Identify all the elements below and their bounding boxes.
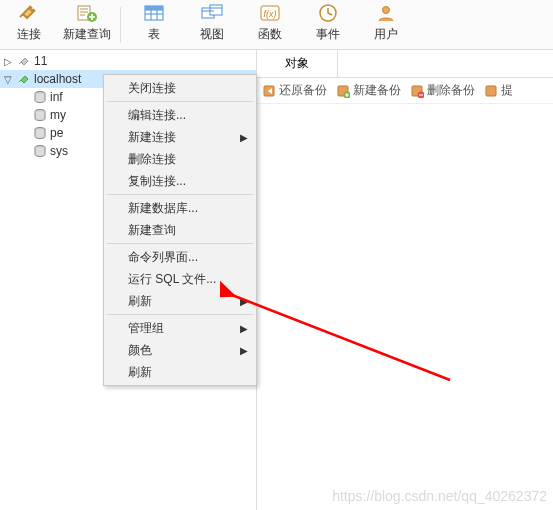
menu-refresh-2[interactable]: 刷新 — [106, 361, 254, 383]
view-icon — [198, 2, 226, 24]
action-label: 提 — [501, 82, 513, 99]
watermark: https://blog.csdn.net/qq_40262372 — [332, 488, 547, 504]
toolbar-user[interactable]: 用户 — [357, 2, 415, 43]
menu-delete-connection[interactable]: 删除连接 — [106, 148, 254, 170]
chevron-right-icon: ▶ — [240, 132, 248, 143]
menu-new-connection[interactable]: 新建连接▶ — [106, 126, 254, 148]
function-icon: f(x) — [256, 2, 284, 24]
menu-refresh[interactable]: 刷新▶ — [106, 290, 254, 312]
database-icon — [32, 107, 48, 123]
content-area: 对象 还原备份 新建备份 删除备份 提 — [257, 50, 553, 510]
toolbar-label: 新建查询 — [63, 26, 111, 43]
action-label: 还原备份 — [279, 82, 327, 99]
tab-bar: 对象 — [257, 50, 553, 78]
user-icon — [372, 2, 400, 24]
toolbar-label: 连接 — [17, 26, 41, 43]
action-label: 删除备份 — [427, 82, 475, 99]
tree-label: inf — [50, 90, 63, 104]
restore-backup-button[interactable]: 还原备份 — [257, 82, 331, 99]
menu-run-sql-file[interactable]: 运行 SQL 文件... — [106, 268, 254, 290]
tree-label: 11 — [34, 54, 47, 68]
toolbar-connect[interactable]: 连接 — [0, 2, 58, 43]
chevron-right-icon: ▶ — [240, 345, 248, 356]
svg-rect-19 — [486, 86, 496, 96]
database-icon — [32, 143, 48, 159]
new-backup-icon — [335, 83, 351, 99]
connection-context-menu: 关闭连接 编辑连接... 新建连接▶ 删除连接 复制连接... 新建数据库...… — [103, 74, 257, 386]
tab-objects[interactable]: 对象 — [257, 50, 338, 77]
toolbar-label: 事件 — [316, 26, 340, 43]
menu-edit-connection[interactable]: 编辑连接... — [106, 104, 254, 126]
svg-point-9 — [383, 7, 390, 14]
toolbar-function[interactable]: f(x) 函数 — [241, 2, 299, 43]
toolbar-label: 视图 — [200, 26, 224, 43]
menu-separator — [107, 101, 253, 102]
chevron-right-icon: ▶ — [240, 323, 248, 334]
menu-new-query[interactable]: 新建查询 — [106, 219, 254, 241]
svg-text:f(x): f(x) — [264, 9, 277, 19]
menu-close-connection[interactable]: 关闭连接 — [106, 77, 254, 99]
more-button[interactable]: 提 — [479, 82, 517, 99]
tree-label: my — [50, 108, 66, 122]
toolbar-label: 用户 — [374, 26, 398, 43]
svg-rect-5 — [210, 5, 222, 15]
object-actions: 还原备份 新建备份 删除备份 提 — [257, 78, 553, 104]
tree-label: pe — [50, 126, 63, 140]
toolbar-table[interactable]: 表 — [125, 2, 183, 43]
tree-label: sys — [50, 144, 68, 158]
plug-icon — [15, 2, 43, 24]
restore-icon — [261, 83, 277, 99]
menu-separator — [107, 314, 253, 315]
toolbar-divider — [120, 7, 121, 43]
database-icon — [32, 125, 48, 141]
menu-duplicate-connection[interactable]: 复制连接... — [106, 170, 254, 192]
table-icon — [140, 2, 168, 24]
toolbar-view[interactable]: 视图 — [183, 2, 241, 43]
database-icon — [32, 89, 48, 105]
toolbar-label: 函数 — [258, 26, 282, 43]
menu-separator — [107, 243, 253, 244]
event-icon — [314, 2, 342, 24]
tree-item[interactable]: ▷ 11 — [0, 52, 256, 70]
toolbar-new-query[interactable]: 新建查询 — [58, 2, 116, 43]
new-query-icon — [73, 2, 101, 24]
disclosure-icon[interactable]: ▷ — [4, 56, 16, 67]
toolbar-label: 表 — [148, 26, 160, 43]
toolbar-event[interactable]: 事件 — [299, 2, 357, 43]
delete-backup-button[interactable]: 删除备份 — [405, 82, 479, 99]
tree-label: localhost — [34, 72, 81, 86]
chevron-right-icon: ▶ — [240, 296, 248, 307]
action-label: 新建备份 — [353, 82, 401, 99]
menu-new-database[interactable]: 新建数据库... — [106, 197, 254, 219]
tab-label: 对象 — [285, 55, 309, 72]
main-area: ▷ 11 ▽ localhost inf my pe sys — [0, 50, 553, 510]
menu-color[interactable]: 颜色▶ — [106, 339, 254, 361]
main-toolbar: 连接 新建查询 表 视图 f(x) 函数 事件 用户 — [0, 0, 553, 50]
menu-separator — [107, 194, 253, 195]
disclosure-icon[interactable]: ▽ — [4, 74, 16, 85]
menu-console[interactable]: 命令列界面... — [106, 246, 254, 268]
svg-rect-3 — [145, 6, 163, 10]
connection-open-icon — [16, 71, 32, 87]
more-icon — [483, 83, 499, 99]
connection-closed-icon — [16, 53, 32, 69]
new-backup-button[interactable]: 新建备份 — [331, 82, 405, 99]
menu-manage-group[interactable]: 管理组▶ — [106, 317, 254, 339]
delete-backup-icon — [409, 83, 425, 99]
